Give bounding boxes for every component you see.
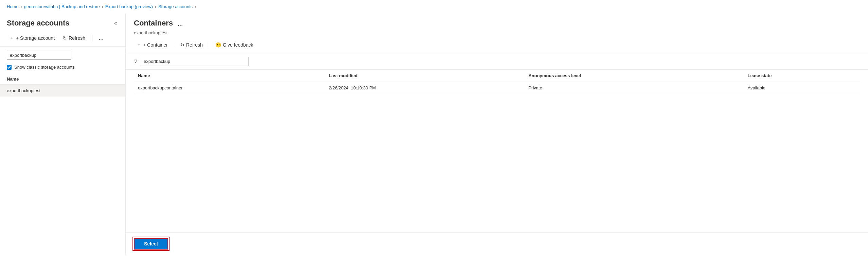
right-refresh-button[interactable]: ↻ Refresh (178, 40, 206, 49)
right-refresh-icon: ↻ (180, 42, 184, 48)
classic-storage-checkbox[interactable] (7, 65, 12, 70)
left-header: Storage accounts « (0, 13, 125, 31)
filter-input[interactable] (140, 57, 249, 66)
toolbar-separator (92, 35, 92, 41)
search-input[interactable] (7, 51, 71, 60)
title-actions: ... (176, 20, 184, 28)
container-plus-icon: ＋ (137, 42, 141, 48)
table-container: Name Last modified Anonymous access leve… (126, 70, 868, 232)
right-header: Containers ... (126, 13, 868, 30)
feedback-button[interactable]: 🙂 Give feedback (213, 40, 256, 49)
right-toolbar: ＋ + Container ↻ Refresh 🙂 Give feedback (126, 38, 868, 53)
filter-bar: ⊽ (126, 53, 868, 70)
cell-modified: 2/26/2024, 10:10:30 PM (325, 82, 525, 94)
left-list-header: Name (0, 74, 125, 85)
left-refresh-button[interactable]: ↻ Refresh (60, 34, 88, 42)
left-panel: Storage accounts « ＋ + Storage account ↻… (0, 13, 126, 255)
bottom-bar: Select (126, 232, 868, 255)
right-toolbar-sep2 (209, 41, 209, 48)
cell-lease: Available (744, 82, 860, 94)
list-item[interactable]: exportbackuptest (0, 85, 125, 97)
containers-title: Containers (134, 19, 173, 28)
table-body: exportbackupcontainer 2/26/2024, 10:10:3… (134, 82, 860, 94)
plus-icon: ＋ (10, 35, 14, 41)
add-storage-button[interactable]: ＋ + Storage account (7, 33, 57, 43)
feedback-icon: 🙂 (215, 42, 221, 48)
page-title: Storage accounts (7, 19, 70, 28)
breadcrumb-backup[interactable]: georestorewithha | Backup and restore (24, 4, 100, 9)
classic-storage-row: Show classic storage accounts (0, 64, 125, 74)
breadcrumb-home[interactable]: Home (7, 4, 19, 9)
main-layout: Storage accounts « ＋ + Storage account ↻… (0, 13, 868, 255)
left-toolbar: ＋ + Storage account ↻ Refresh ... (0, 31, 125, 47)
collapse-button[interactable]: « (113, 19, 119, 28)
col-lease-state: Lease state (744, 70, 860, 82)
table-header: Name Last modified Anonymous access leve… (134, 70, 860, 82)
left-more-button[interactable]: ... (96, 33, 106, 43)
select-button[interactable]: Select (134, 238, 168, 250)
breadcrumb-export[interactable]: Export backup (preview) (105, 4, 153, 9)
containers-more-button[interactable]: ... (176, 20, 184, 28)
col-access-level: Anonymous access level (524, 70, 743, 82)
left-search (0, 47, 125, 64)
breadcrumb: Home › georestorewithha | Backup and res… (0, 0, 868, 13)
cell-access: Private (524, 82, 743, 94)
col-name: Name (134, 70, 325, 82)
table-row[interactable]: exportbackupcontainer 2/26/2024, 10:10:3… (134, 82, 860, 94)
right-panel: Containers ... exportbackuptest ＋ + Cont… (126, 13, 868, 255)
refresh-icon: ↻ (63, 35, 67, 41)
breadcrumb-storage[interactable]: Storage accounts (158, 4, 193, 9)
containers-table: Name Last modified Anonymous access leve… (134, 70, 860, 94)
cell-name: exportbackupcontainer (134, 82, 325, 94)
filter-icon: ⊽ (134, 59, 137, 64)
right-subtitle: exportbackuptest (126, 30, 868, 38)
right-toolbar-sep1 (174, 41, 174, 48)
col-last-modified: Last modified (325, 70, 525, 82)
classic-storage-label[interactable]: Show classic storage accounts (14, 65, 75, 70)
add-container-button[interactable]: ＋ + Container (134, 40, 171, 50)
